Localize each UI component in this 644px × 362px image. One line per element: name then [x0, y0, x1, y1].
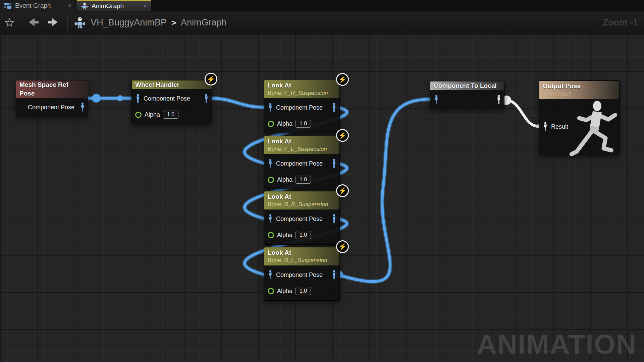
graph-watermark: ANIMATION: [477, 328, 637, 360]
tab-label: AnimGraph: [92, 2, 124, 10]
pose-input-pin[interactable]: [434, 95, 439, 104]
tab-label: Event Graph: [15, 2, 51, 9]
node-header: Look At Bone: B_L_Suspension: [264, 247, 339, 265]
pose-input-pin[interactable]: [268, 103, 273, 112]
tab-bar: Event Graph × AnimGraph ×: [0, 0, 644, 11]
tab-event-graph[interactable]: Event Graph ×: [0, 0, 75, 11]
tab-close-icon[interactable]: ×: [143, 3, 147, 9]
node-header: Output Pose AnimGraph: [539, 81, 619, 99]
node-look-at-3[interactable]: Look At Bone: B_R_Suspension Component P…: [264, 191, 340, 245]
node-title: Output Pose: [543, 82, 616, 90]
fast-path-icon: ⚡: [205, 73, 217, 85]
mannequin-preview-image: [566, 100, 621, 161]
node-subtitle: Bone: F_R_Suspension: [268, 89, 336, 97]
node-title: Look At: [268, 192, 336, 201]
pose-input-pin[interactable]: [135, 94, 141, 103]
toolbar-divider: [19, 15, 19, 30]
pose-output-pin[interactable]: [331, 214, 337, 224]
node-header: Look At Bone: B_R_Suspension: [264, 191, 339, 209]
fast-path-icon: ⚡: [336, 73, 349, 86]
fast-path-icon: ⚡: [336, 184, 349, 197]
node-subtitle: Bone: B_L_Suspension: [268, 257, 336, 264]
node-subtitle: AnimGraph: [543, 90, 616, 98]
animgraph-icon: [80, 2, 89, 10]
alpha-pin[interactable]: [268, 121, 274, 127]
node-wheel-handler[interactable]: Wheel Handler Component Pose Alpha 1.0: [131, 80, 212, 124]
pin-label: Alpha: [277, 120, 292, 127]
node-title: Component To Local: [434, 81, 501, 90]
fast-path-icon: ⚡: [336, 129, 349, 142]
pin-label: Alpha: [277, 232, 292, 239]
node-output-pose[interactable]: Output Pose AnimGraph Result: [539, 80, 620, 155]
forward-arrow-icon[interactable]: [47, 17, 60, 28]
pin-label: Component Pose: [276, 272, 323, 279]
zoom-indicator: Zoom -1: [603, 11, 638, 34]
event-graph-icon: [4, 2, 12, 9]
pin-label: Component Pose: [144, 95, 190, 102]
animbp-robot-icon: [74, 17, 86, 29]
alpha-pin[interactable]: [135, 112, 142, 118]
pin-label: Component Pose: [28, 104, 74, 111]
node-header: Mesh Space Ref Pose: [16, 80, 88, 98]
node-title: Look At: [268, 81, 336, 89]
node-title: Look At: [268, 248, 336, 257]
pin-label: Component Pose: [276, 160, 323, 167]
pose-output-pin[interactable]: [204, 94, 209, 103]
node-component-to-local[interactable]: Component To Local: [430, 81, 504, 109]
pose-output-pin[interactable]: [331, 159, 337, 168]
alpha-value-field[interactable]: 1.0: [296, 287, 311, 295]
node-mesh-space-ref-pose[interactable]: Mesh Space Ref Pose Component Pose: [16, 80, 88, 117]
alpha-pin[interactable]: [268, 177, 274, 183]
pin-label: Component Pose: [276, 104, 323, 111]
node-title: Wheel Handler: [135, 80, 208, 89]
node-header: Component To Local: [430, 81, 504, 90]
node-look-at-4[interactable]: Look At Bone: B_L_Suspension Component P…: [264, 247, 340, 301]
favorite-star-icon[interactable]: ☆: [4, 16, 15, 30]
alpha-value-field[interactable]: 1.0: [163, 111, 178, 119]
pin-label: Alpha: [277, 176, 292, 183]
node-header: Look At Bone: F_L_Suspension: [264, 136, 339, 154]
node-look-at-2[interactable]: Look At Bone: F_L_Suspension Component P…: [264, 136, 340, 189]
back-arrow-icon[interactable]: [26, 17, 40, 28]
toolbar-divider: [67, 15, 68, 30]
animation-blueprint-editor: Event Graph × AnimGraph × ☆ VH_BuggyAnim…: [0, 0, 644, 362]
breadcrumb-current[interactable]: AnimGraph: [181, 17, 227, 28]
graph-toolbar: ☆ VH_BuggyAnimBP > AnimGraph Zoom -1: [0, 11, 644, 34]
tab-animgraph[interactable]: AnimGraph ×: [76, 0, 151, 11]
pose-output-pin[interactable]: [331, 270, 337, 280]
pose-input-pin[interactable]: [268, 159, 273, 168]
alpha-value-field[interactable]: 1.0: [296, 120, 311, 128]
tab-close-icon[interactable]: ×: [68, 3, 71, 9]
alpha-pin[interactable]: [268, 232, 274, 238]
node-header: Look At Bone: F_R_Suspension: [264, 80, 339, 98]
pin-label: Alpha: [145, 111, 160, 118]
node-look-at-1[interactable]: Look At Bone: F_R_Suspension Component P…: [264, 80, 340, 133]
node-header: Wheel Handler: [132, 80, 212, 89]
node-title: Look At: [268, 137, 336, 145]
alpha-pin[interactable]: [268, 288, 274, 294]
fast-path-icon: ⚡: [336, 240, 349, 253]
pin-label: Component Pose: [276, 216, 323, 223]
pose-output-pin[interactable]: [331, 103, 337, 112]
pin-label: Alpha: [277, 288, 292, 295]
node-subtitle: Bone: F_L_Suspension: [268, 145, 336, 153]
pose-input-pin[interactable]: [268, 270, 273, 280]
node-subtitle: Bone: B_R_Suspension: [268, 201, 336, 208]
pose-output-pin[interactable]: [80, 103, 85, 112]
alpha-value-field[interactable]: 1.0: [296, 231, 311, 239]
breadcrumb-chevron-icon: >: [171, 18, 176, 27]
node-title: Mesh Space Ref Pose: [19, 80, 85, 98]
result-input-pin[interactable]: [543, 122, 548, 131]
alpha-value-field[interactable]: 1.0: [296, 176, 311, 184]
breadcrumb-root[interactable]: VH_BuggyAnimBP: [91, 17, 167, 28]
local-pose-output-pin[interactable]: [496, 95, 501, 104]
pose-input-pin[interactable]: [268, 214, 273, 224]
